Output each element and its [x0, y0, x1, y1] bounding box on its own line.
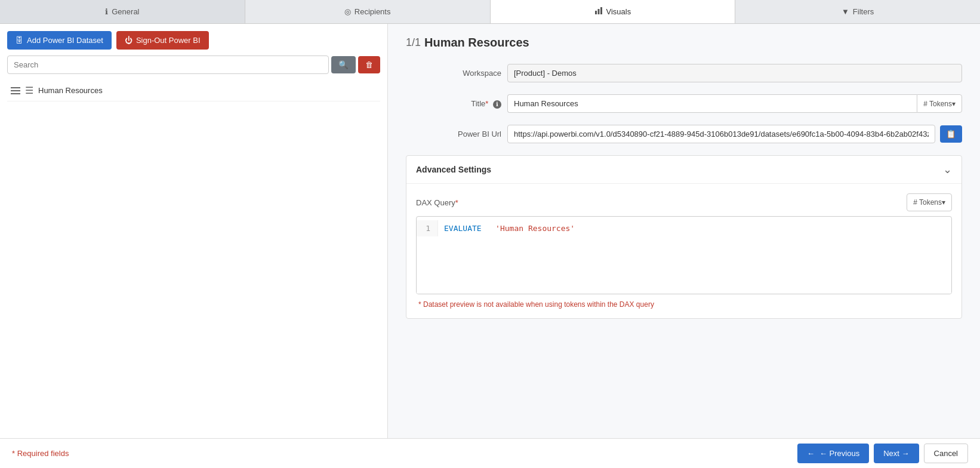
info-icon: ℹ: [105, 7, 108, 16]
cancel-label: Cancel: [934, 449, 958, 458]
tab-recipients[interactable]: ◎ Recipients: [245, 0, 491, 23]
workspace-field[interactable]: [507, 64, 962, 82]
title-row: Title* ℹ # Tokens▾: [406, 94, 962, 113]
recipients-icon: ◎: [344, 7, 351, 16]
title-tokens-button[interactable]: # Tokens▾: [917, 94, 962, 113]
tab-recipients-label: Recipients: [355, 7, 391, 16]
add-dataset-button[interactable]: 🗄 Add Power BI Dataset: [7, 31, 112, 50]
svg-rect-1: [597, 9, 599, 14]
tab-visuals[interactable]: Visuals: [491, 0, 736, 23]
dataset-list: ☰ Human Resources: [7, 80, 380, 431]
powerbi-url-field[interactable]: [507, 125, 935, 143]
left-panel: 🗄 Add Power BI Dataset ⏻ Sign-Out Power …: [0, 24, 388, 438]
footer-actions: ← ← Previous Next → Cancel: [797, 444, 968, 463]
advanced-settings-header[interactable]: Advanced Settings ⌄: [406, 156, 961, 184]
arrow-left-icon: ←: [807, 449, 815, 458]
dataset-stack-icon: ☰: [25, 85, 33, 96]
powerbi-url-label: Power BI Url: [406, 130, 501, 138]
previous-label: ← Previous: [819, 449, 859, 458]
chevron-down-icon: ⌄: [943, 163, 952, 176]
powerbi-url-row: Power BI Url 📋: [406, 125, 962, 143]
powerbi-url-group: 📋: [507, 125, 962, 143]
search-button[interactable]: 🔍: [331, 56, 356, 73]
dax-keyword: EVALUATE: [444, 224, 482, 233]
drag-handle-icon: [11, 87, 20, 94]
line-number: 1: [417, 220, 438, 236]
previous-button[interactable]: ← ← Previous: [797, 444, 869, 463]
tab-general-label: General: [112, 7, 139, 16]
dax-tokens-button[interactable]: # Tokens▾: [907, 193, 952, 211]
svg-rect-2: [600, 7, 602, 14]
power-icon: ⏻: [125, 36, 132, 45]
cancel-button[interactable]: Cancel: [924, 444, 968, 463]
search-icon: 🔍: [338, 60, 349, 69]
code-content: EVALUATE 'Human Resources': [438, 220, 951, 236]
copy-icon: 📋: [946, 130, 956, 138]
dataset-count: 1/1: [406, 36, 421, 49]
advanced-settings: Advanced Settings ⌄ DAX Query* # Tokens▾…: [406, 155, 962, 319]
tab-filters[interactable]: ▼ Filters: [735, 0, 980, 23]
tab-visuals-label: Visuals: [606, 7, 631, 16]
code-empty-area: [417, 240, 951, 294]
clear-button[interactable]: 🗑: [358, 56, 380, 73]
code-line-1: 1 EVALUATE 'Human Resources': [417, 217, 951, 240]
title-label: Title* ℹ: [406, 99, 501, 109]
title-field-group: # Tokens▾: [507, 94, 962, 113]
dax-label-row: DAX Query* # Tokens▾: [416, 193, 952, 211]
svg-rect-0: [595, 11, 597, 14]
main-content: 🗄 Add Power BI Dataset ⏻ Sign-Out Power …: [0, 24, 980, 438]
next-label: Next →: [883, 449, 909, 458]
next-button[interactable]: Next →: [874, 444, 919, 463]
footer: * Required fields ← ← Previous Next → Ca…: [0, 438, 980, 468]
tab-general[interactable]: ℹ General: [0, 0, 245, 23]
copy-url-button[interactable]: 📋: [940, 125, 962, 143]
filter-icon: ▼: [842, 7, 849, 16]
search-input[interactable]: [7, 56, 329, 74]
workspace-label: Workspace: [406, 69, 501, 78]
action-buttons: 🗄 Add Power BI Dataset ⏻ Sign-Out Power …: [7, 31, 380, 50]
dataset-header: 1/1 Human Resources: [406, 36, 962, 50]
signout-button[interactable]: ⏻ Sign-Out Power BI: [116, 31, 209, 50]
dax-warning: * Dataset preview is not available when …: [416, 300, 952, 309]
tab-bar: ℹ General ◎ Recipients Visuals ▼ Filters: [0, 0, 980, 24]
title-info-icon: ℹ: [493, 100, 501, 109]
dataset-title: Human Resources: [424, 36, 529, 50]
list-item[interactable]: ☰ Human Resources: [7, 80, 380, 101]
database-icon: 🗄: [16, 36, 23, 45]
search-row: 🔍 🗑: [7, 56, 380, 74]
visuals-icon: [594, 7, 603, 17]
dax-query-label: DAX Query*: [416, 198, 458, 207]
dax-string: 'Human Resources': [495, 224, 575, 233]
right-panel: 1/1 Human Resources Workspace Title* ℹ #…: [388, 24, 980, 438]
dataset-item-name: Human Resources: [38, 86, 103, 95]
title-field[interactable]: [507, 94, 917, 113]
workspace-row: Workspace: [406, 64, 962, 82]
trash-icon: 🗑: [365, 60, 373, 69]
advanced-settings-title: Advanced Settings: [416, 165, 491, 174]
tab-filters-label: Filters: [853, 7, 874, 16]
dax-code-editor[interactable]: 1 EVALUATE 'Human Resources': [416, 216, 952, 294]
required-fields-note: * Required fields: [12, 449, 69, 458]
advanced-settings-body: DAX Query* # Tokens▾ 1 EVALUATE 'Human R…: [406, 184, 961, 318]
